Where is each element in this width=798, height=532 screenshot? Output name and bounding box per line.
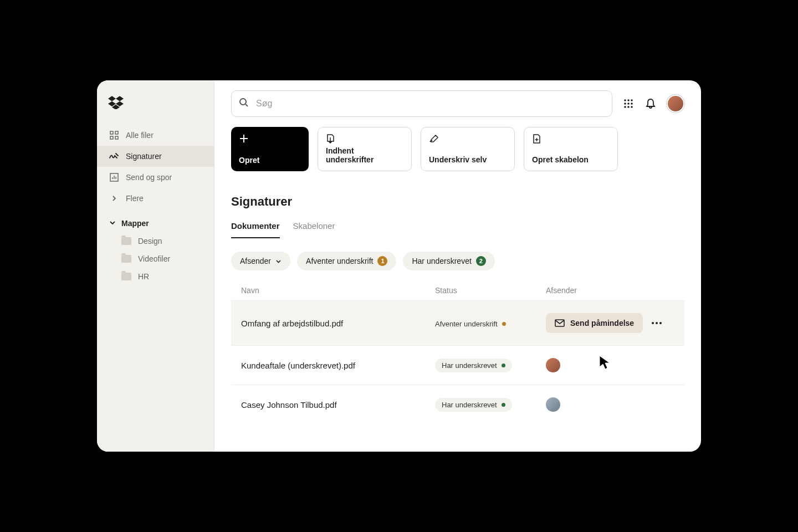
app-window: Alle filer Signaturer Send og spor Flere [97, 80, 701, 452]
svg-rect-1 [115, 131, 118, 134]
logo[interactable] [97, 90, 214, 125]
nav-more[interactable]: Flere [97, 188, 214, 209]
pen-signature-icon [429, 134, 439, 144]
more-options-button[interactable] [652, 322, 662, 324]
apps-grid-icon [623, 99, 633, 109]
tab-documents[interactable]: Dokumenter [231, 221, 280, 238]
count-badge: 1 [377, 256, 387, 266]
nav-signatures[interactable]: Signaturer [97, 146, 214, 167]
folder-design[interactable]: Design [97, 232, 214, 250]
action-cards: Opret Indhent underskrifter Underskriv s… [214, 127, 701, 182]
table-header: Navn Status Afsender [231, 280, 684, 300]
tabs: Dokumenter Skabeloner [214, 213, 701, 238]
svg-rect-3 [115, 136, 118, 139]
card-label: Underskriv selv [429, 155, 507, 164]
apps-button[interactable] [622, 98, 635, 110]
folder-hr[interactable]: HR [97, 268, 214, 285]
folders-header-label: Mapper [121, 219, 149, 228]
svg-point-11 [627, 99, 630, 101]
col-sender: Afsender [546, 286, 674, 295]
cell-name: Kundeaftale (underskrevet).pdf [241, 361, 435, 370]
chevron-down-icon [275, 258, 282, 264]
status-pill: Har underskrevet [435, 359, 512, 372]
filter-awaiting[interactable]: Afventer underskrift 1 [297, 252, 396, 270]
svg-point-16 [624, 106, 626, 108]
documents-table: Navn Status Afsender Omfang af arbejdsti… [214, 280, 701, 424]
sidebar: Alle filer Signaturer Send og spor Flere [97, 80, 214, 452]
nav-all-files[interactable]: Alle filer [97, 125, 214, 146]
create-button[interactable]: Opret [231, 127, 309, 171]
page-title: Signaturer [214, 182, 701, 213]
card-label: Opret [239, 156, 301, 165]
status-dot-icon [502, 364, 505, 367]
filter-signed[interactable]: Har underskrevet 2 [403, 252, 494, 270]
user-avatar[interactable] [667, 95, 684, 112]
bell-icon [645, 98, 656, 109]
nav-label: Signaturer [126, 152, 162, 161]
folder-videofiler[interactable]: Videofiler [97, 250, 214, 268]
chevron-right-icon [109, 193, 119, 203]
svg-line-9 [245, 104, 248, 106]
filter-label: Har underskrevet [412, 257, 471, 265]
svg-point-14 [627, 103, 630, 105]
svg-point-8 [240, 99, 246, 105]
file-download-icon [326, 134, 336, 144]
notifications-button[interactable] [644, 98, 657, 110]
tab-templates[interactable]: Skabeloner [293, 221, 335, 238]
svg-point-13 [624, 103, 626, 105]
table-row[interactable]: Casey Johnson Tilbud.pdf Har underskreve… [231, 385, 684, 424]
table-row[interactable]: Omfang af arbejdstilbud.pdf Afventer und… [231, 300, 684, 345]
create-template-button[interactable]: Opret skabelon [524, 127, 618, 171]
folder-icon [121, 237, 131, 245]
filter-bar: Afsender Afventer underskrift 1 Har unde… [214, 238, 701, 280]
svg-point-12 [631, 99, 633, 101]
sender-avatar[interactable] [546, 358, 560, 372]
status-dot-icon [502, 322, 506, 326]
table-row[interactable]: Kundeaftale (underskrevet).pdf Har under… [231, 345, 684, 385]
cell-status: Har underskrevet [435, 398, 546, 412]
nav-send-track[interactable]: Send og spor [97, 167, 214, 188]
svg-point-18 [631, 106, 633, 108]
status-pill: Har underskrevet [435, 398, 512, 412]
count-badge: 2 [476, 256, 486, 266]
row-actions: Send påmindelse [546, 313, 674, 333]
send-reminder-button[interactable]: Send påmindelse [546, 313, 643, 333]
filter-label: Afsender [240, 257, 271, 265]
search-icon [239, 98, 249, 110]
svg-point-10 [624, 99, 626, 101]
button-label: Send påmindelse [570, 319, 634, 328]
search-input[interactable] [231, 90, 612, 117]
folder-icon [121, 273, 131, 280]
signature-icon [109, 151, 119, 161]
chart-icon [109, 172, 119, 182]
status-dot-icon [502, 403, 505, 407]
folders-section-header[interactable]: Mapper [97, 209, 214, 232]
dropbox-icon [108, 96, 124, 109]
cell-status: Afventer underskrift [435, 319, 546, 328]
sign-yourself-button[interactable]: Underskriv selv [421, 127, 515, 171]
nav-label: Flere [126, 194, 144, 203]
status-pill: Afventer underskrift [435, 320, 506, 328]
folder-label: Videofiler [138, 254, 170, 263]
svg-point-15 [631, 103, 633, 105]
cell-status: Har underskrevet [435, 359, 546, 372]
sender-avatar[interactable] [546, 397, 560, 412]
svg-rect-2 [110, 136, 113, 139]
chevron-down-icon [109, 219, 116, 228]
cell-name: Casey Johnson Tilbud.pdf [241, 400, 435, 410]
cell-name: Omfang af arbejdstilbud.pdf [241, 319, 435, 328]
grid-icon [109, 130, 119, 140]
cell-sender [546, 358, 674, 372]
cell-sender [546, 397, 674, 412]
card-label: Indhent underskrifter [326, 146, 403, 164]
filter-sender[interactable]: Afsender [231, 252, 290, 270]
plus-icon [239, 134, 249, 144]
folder-icon [121, 255, 131, 263]
topbar [214, 80, 701, 127]
request-signatures-button[interactable]: Indhent underskrifter [318, 127, 412, 171]
nav-label: Alle filer [126, 131, 154, 140]
envelope-icon [555, 319, 565, 327]
svg-point-17 [627, 106, 630, 108]
filter-label: Afventer underskrift [306, 257, 373, 265]
file-plus-icon [532, 134, 542, 144]
